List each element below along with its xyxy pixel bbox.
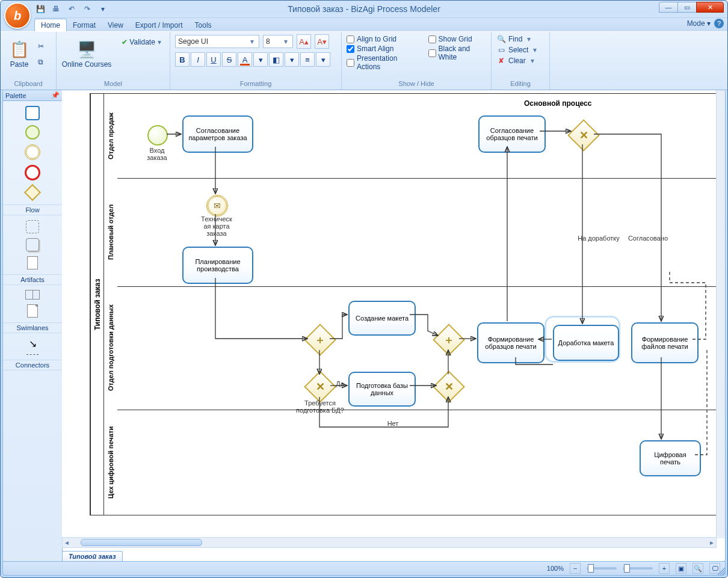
tab-format[interactable]: Format bbox=[67, 19, 102, 31]
palette-annotation-shape[interactable] bbox=[27, 304, 38, 318]
align-button[interactable]: ≡ bbox=[300, 52, 315, 67]
select-button[interactable]: ▭Select▾ bbox=[496, 45, 544, 55]
mode-dropdown[interactable]: Mode ▾ bbox=[687, 19, 711, 28]
task-digital-print[interactable]: Цифровая печать bbox=[640, 440, 701, 476]
task-prepare-db[interactable]: Подготовка базы данных bbox=[348, 372, 416, 407]
show-grid-check[interactable]: Show Grid bbox=[428, 34, 486, 44]
align-to-grid-check[interactable]: Align to Grid bbox=[347, 34, 418, 44]
undo-icon[interactable]: ↶ bbox=[66, 3, 78, 15]
titlebar: b 💾 🖶 ↶ ↷ ▾ Типовой заказ - BizAgi Proce… bbox=[1, 1, 727, 17]
palette-callactivity-shape[interactable] bbox=[26, 238, 39, 251]
paste-button[interactable]: 📋 Paste bbox=[5, 34, 33, 74]
x-icon: ✘ bbox=[496, 56, 506, 66]
app-menu-button[interactable]: b bbox=[4, 2, 31, 29]
zoom-out-button[interactable]: − bbox=[570, 563, 581, 574]
save-icon[interactable]: 💾 bbox=[34, 3, 46, 15]
palette-cat-connectors[interactable]: Connectors bbox=[3, 360, 62, 370]
palette-gateway-shape[interactable] bbox=[24, 184, 41, 201]
palette-start-event-shape[interactable] bbox=[25, 125, 40, 140]
start-event[interactable] bbox=[147, 125, 168, 146]
clear-button[interactable]: ✘Clear▾ bbox=[496, 56, 544, 66]
intermediate-message-event[interactable]: ✉ bbox=[206, 195, 228, 217]
hscroll-thumb[interactable] bbox=[81, 539, 202, 546]
palette-task-shape[interactable] bbox=[25, 106, 40, 120]
font-color-button[interactable]: A bbox=[238, 52, 252, 67]
qat-dropdown-icon[interactable]: ▾ bbox=[97, 3, 109, 15]
underline-button[interactable]: U bbox=[206, 52, 221, 67]
monitor-icon: 🖥️ bbox=[77, 40, 96, 59]
scroll-right-icon[interactable]: ▸ bbox=[708, 538, 716, 547]
fill-color-dropdown[interactable]: ▾ bbox=[285, 52, 299, 67]
palette-cat-flow[interactable]: Flow bbox=[3, 204, 62, 215]
fit-page-button[interactable]: ▣ bbox=[676, 563, 686, 574]
lane-print-shop[interactable]: Цех цифровой печати bbox=[103, 410, 716, 515]
help-icon[interactable]: ? bbox=[714, 19, 724, 28]
window-title: Типовой заказ - BizAgi Process Modeler bbox=[1, 1, 727, 17]
strike-button[interactable]: S bbox=[222, 52, 236, 67]
find-button[interactable]: 🔍Find▾ bbox=[496, 34, 544, 44]
zoom-in-button[interactable]: + bbox=[659, 563, 670, 574]
palette-message-flow[interactable] bbox=[26, 354, 39, 355]
maximize-button[interactable]: ▭ bbox=[677, 2, 697, 13]
online-courses-button[interactable]: 🖥️ Online Courses bbox=[61, 34, 112, 74]
task-agree-samples[interactable]: Согласование образцов печати bbox=[478, 115, 546, 153]
cut-button[interactable]: ✂ bbox=[37, 41, 45, 52]
minimize-button[interactable]: — bbox=[659, 2, 678, 13]
palette-dataobject-shape[interactable] bbox=[27, 256, 38, 269]
palette-sequence-flow[interactable]: ↘ bbox=[29, 338, 37, 349]
scroll-left-icon[interactable]: ◂ bbox=[63, 538, 71, 547]
zoom-slider-2[interactable] bbox=[623, 567, 653, 570]
online-courses-label: Online Courses bbox=[62, 60, 112, 69]
tab-view[interactable]: View bbox=[102, 19, 129, 31]
align-dropdown[interactable]: ▾ bbox=[316, 52, 330, 67]
bold-button[interactable]: B bbox=[175, 52, 190, 67]
redo-icon[interactable]: ↷ bbox=[81, 3, 93, 15]
doc-tab-order[interactable]: Типовой заказ bbox=[62, 551, 123, 561]
validate-button[interactable]: ✔ Validate ▾ bbox=[120, 37, 165, 48]
gateway-bd-label: Требуется подготовка БД? bbox=[295, 399, 345, 414]
vertical-scrollbar[interactable] bbox=[716, 90, 725, 538]
font-shrink-button[interactable]: A▾ bbox=[315, 34, 329, 49]
close-button[interactable]: ✕ bbox=[696, 2, 724, 13]
palette-title[interactable]: Palette 📌 bbox=[3, 90, 62, 101]
edge-label-agreed: Согласовано bbox=[624, 235, 672, 242]
font-size-combo[interactable]: 8▾ bbox=[263, 35, 293, 48]
task-plan-production[interactable]: Планирование производства bbox=[182, 247, 253, 284]
group-clipboard: 📋 Paste ✂ ⧉ Clipboard bbox=[1, 32, 57, 90]
font-color-dropdown[interactable]: ▾ bbox=[253, 52, 268, 67]
canvas-viewport[interactable]: Основной процесс Типовой заказ Отдел про… bbox=[62, 90, 725, 538]
task-agree-params[interactable]: Согласование параметров заказа bbox=[182, 115, 253, 153]
horizontal-scrollbar[interactable]: ◂ ▸ bbox=[62, 537, 717, 548]
tab-export-import[interactable]: Export / Import bbox=[129, 19, 189, 31]
task-form-files[interactable]: Формирование файлов печати bbox=[631, 322, 699, 363]
smart-align-check[interactable]: Smart Align bbox=[347, 44, 418, 54]
task-rework-layout[interactable]: Доработка макета bbox=[553, 325, 619, 361]
font-grow-button[interactable]: A▴ bbox=[297, 34, 311, 49]
resize-grip-icon[interactable] bbox=[717, 567, 726, 576]
pin-icon[interactable]: 📌 bbox=[51, 91, 60, 99]
fill-color-button[interactable]: ◧ bbox=[269, 52, 283, 67]
palette-subprocess-shape[interactable] bbox=[26, 220, 39, 233]
italic-button[interactable]: I bbox=[191, 52, 205, 67]
font-name-combo[interactable]: Segoe UI▾ bbox=[175, 35, 259, 48]
palette-cat-swimlanes[interactable]: Swimlanes bbox=[3, 322, 62, 333]
zoom-slider[interactable] bbox=[587, 567, 617, 570]
copy-button[interactable]: ⧉ bbox=[37, 57, 45, 67]
task-form-samples[interactable]: Формирование образцов печати bbox=[477, 322, 544, 363]
palette-end-event-shape[interactable] bbox=[25, 165, 40, 180]
diagram-canvas[interactable]: Основной процесс Типовой заказ Отдел про… bbox=[68, 90, 718, 535]
task-create-layout[interactable]: Создание макета bbox=[348, 301, 416, 336]
tab-tools[interactable]: Tools bbox=[189, 19, 218, 31]
cursor-icon: ▭ bbox=[496, 45, 506, 55]
print-icon[interactable]: 🖶 bbox=[50, 3, 62, 15]
palette-intermediate-event-shape[interactable] bbox=[25, 144, 40, 160]
palette-core-items bbox=[3, 101, 62, 204]
palette-group-shape[interactable] bbox=[25, 290, 40, 300]
palette-cat-artifacts[interactable]: Artifacts bbox=[3, 274, 62, 285]
tab-home[interactable]: Home bbox=[34, 19, 67, 31]
presentation-actions-check[interactable]: Presentation Actions bbox=[347, 54, 418, 72]
zoom-selection-button[interactable]: 🔍 bbox=[693, 563, 703, 574]
black-and-white-check[interactable]: Black and White bbox=[428, 44, 486, 62]
status-bar: 100% − + ▣ 🔍 🖵 bbox=[2, 561, 726, 576]
message-event-label: Техническ ая карта заказа bbox=[196, 215, 238, 237]
